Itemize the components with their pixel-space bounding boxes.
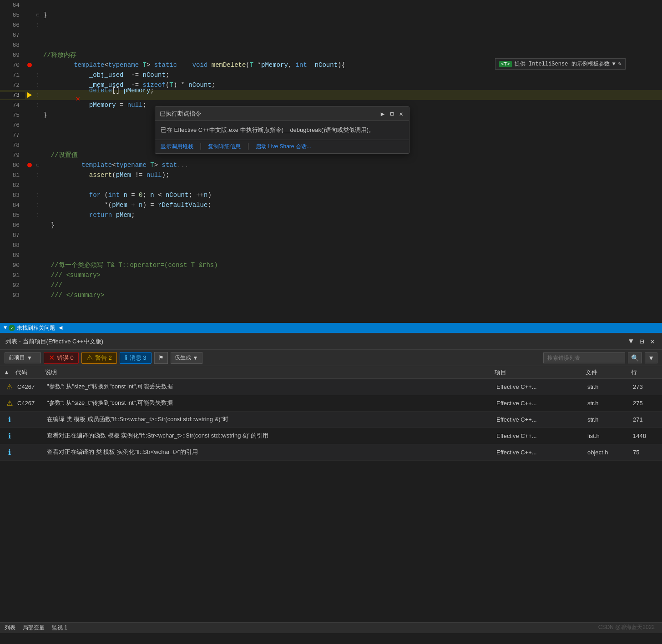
warning-icon-2: ⚠ (6, 399, 13, 408)
warning-count-btn[interactable]: ⚠ 警告 2 (81, 352, 117, 364)
row-code-3 (15, 419, 45, 421)
table-row[interactable]: ⚠ C4267 "参数": 从"size_t"转换到"const int",可能… (0, 379, 662, 395)
code-line-66: 66 ⋮ (0, 20, 662, 30)
row-project-1: Effective C++... (495, 382, 586, 391)
col-header-desc[interactable]: 说明 (45, 368, 495, 377)
info-icon-4: ℹ (8, 432, 11, 440)
table-row[interactable]: ℹ 查看对正在编译的 类 模板 实例化"lf::Str<wchar_t>"的引用… (0, 444, 662, 461)
debug-pin-btn[interactable]: ⊟ (389, 110, 395, 118)
debug-show-stack-link[interactable]: 显示调用堆栈 (161, 143, 193, 151)
search-input[interactable] (543, 352, 625, 363)
intellisense-edit[interactable]: ✎ (618, 60, 622, 67)
project-filter-dropdown[interactable]: 前项目 ▼ (5, 352, 41, 363)
col-header-code[interactable]: 代码 (15, 368, 45, 377)
code-line-86: 86 } (0, 220, 662, 230)
warning-label: 警告 2 (95, 354, 112, 362)
row-line-4: 1448 (631, 432, 658, 440)
row-file-2: str.h (586, 399, 631, 408)
code-editor: 64 65 ⊟ } 66 ⋮ 67 68 (0, 0, 662, 323)
table-row[interactable]: ⚠ C4267 "参数": 从"size_t"转换到"const int",可能… (0, 395, 662, 412)
status-dropdown-arrow[interactable]: ▼ (4, 325, 7, 331)
row-desc-3: 在编译 类 模板 成员函数"lf::Str<wchar_t>::Str(cons… (45, 414, 495, 424)
code-line-93: 93 /// </summary> (0, 290, 662, 300)
code-line-85: 85 ⋮ return pMem; (0, 210, 662, 220)
tab-watch1[interactable]: 监视 1 (52, 624, 67, 632)
intellisense-chevron[interactable]: ▼ (612, 61, 616, 67)
status-bar: ▼ 未找到相关问题 ◄ (0, 323, 662, 333)
breakpoint-indicator[interactable] (27, 63, 32, 67)
row-line-1: 273 (631, 382, 658, 391)
col-header-line[interactable]: 行 (631, 368, 658, 377)
filter-chevron: ▼ (27, 355, 32, 361)
debug-popup-header: 已执行断点指令 ▶ ⊟ ✕ (155, 107, 409, 121)
table-row[interactable]: ℹ 查看对正在编译的函数 模板 实例化"lf::Str<wchar_t>::St… (0, 428, 662, 444)
error-count-btn[interactable]: ✕ 错误 0 (44, 352, 79, 364)
code-line-89: 89 (0, 250, 662, 260)
code-line-91: 91 /// <summary> (0, 270, 662, 280)
build-filter-dropdown[interactable]: 仅生成 ▼ (171, 352, 202, 364)
row-icon-5: ℹ (4, 447, 15, 458)
code-line-67: 67 (0, 30, 662, 40)
build-filter-chevron: ▼ (193, 355, 198, 361)
tab-list[interactable]: 列表 (5, 624, 15, 632)
panel-header-controls: ▼ ⊟ ✕ (627, 337, 657, 346)
row-line-3: 271 (631, 415, 658, 424)
debug-popup-footer[interactable]: 显示调用堆栈 | 复制详细信息 | 启动 Live Share 会话... (155, 140, 409, 153)
table-row[interactable]: ℹ 在编译 类 模板 成员函数"lf::Str<wchar_t>::Str(co… (0, 412, 662, 428)
panel-toolbar: 前项目 ▼ ✕ 错误 0 ⚠ 警告 2 ℹ 消息 3 ⚑ 仅生成 ▼ 🔍 ▼ (0, 350, 662, 366)
debug-copy-details-link[interactable]: 复制详细信息 (208, 143, 241, 151)
row-file-5: object.h (586, 448, 631, 457)
row-icon-3: ℹ (4, 414, 15, 425)
row-project-3: Effective C++... (495, 415, 586, 424)
debug-popup-title: 已执行断点指令 (160, 110, 201, 118)
row-line-5: 75 (631, 448, 658, 457)
tab-locals[interactable]: 局部变量 (23, 624, 45, 632)
breakpoint-indicator-80[interactable] (27, 163, 32, 167)
filter-options-btn[interactable]: ⚑ (154, 352, 168, 364)
row-desc-4: 查看对正在编译的函数 模板 实例化"lf::Str<wchar_t>::Str(… (45, 431, 495, 441)
search-options-btn[interactable]: ▼ (645, 352, 657, 363)
build-filter-label: 仅生成 (175, 354, 191, 362)
panel-pin-btn[interactable]: ⊟ (638, 337, 646, 346)
row-file-4: list.h (586, 432, 631, 440)
debug-popup: 已执行断点指令 ▶ ⊟ ✕ 已在 Effective C++中文版.exe 中执… (155, 106, 409, 154)
row-icon-4: ℹ (4, 431, 15, 441)
intellisense-tooltip[interactable]: <T> 提供 IntelliSense 的示例模板参数 ▼ ✎ (495, 58, 626, 70)
info-label: 消息 3 (130, 354, 147, 362)
search-btn[interactable]: 🔍 (628, 352, 642, 363)
info-icon: ℹ (125, 353, 127, 362)
debug-continue-btn[interactable]: ▶ (379, 110, 386, 118)
search-icon: 🔍 (631, 354, 639, 362)
filter-label: 前项目 (9, 354, 25, 362)
panel-close-btn[interactable]: ✕ (648, 337, 657, 346)
col-header-project[interactable]: 项目 (495, 368, 586, 377)
info-count-btn[interactable]: ℹ 消息 3 (120, 352, 152, 364)
code-line-88: 88 (0, 240, 662, 250)
row-project-4: Effective C++... (495, 432, 586, 440)
row-code-2: C4267 (15, 399, 45, 408)
col-header-file[interactable]: 文件 (586, 368, 631, 377)
col-header-sort[interactable]: ▲ (4, 369, 15, 376)
code-line-65: 65 ⊟ } (0, 10, 662, 20)
row-icon-2: ⚠ (4, 398, 15, 408)
status-text: 未找到相关问题 (17, 324, 55, 332)
panel-bottom-tabs: 列表 局部变量 监视 1 (0, 622, 662, 633)
row-project-5: Effective C++... (495, 448, 586, 457)
debug-live-share-link[interactable]: 启动 Live Share 会话... (256, 143, 311, 151)
info-icon-5: ℹ (8, 448, 11, 457)
code-line-90: 90 //每一个类必须写 T& T::operator=(const T &rh… (0, 260, 662, 270)
search-options-icon: ▼ (648, 354, 654, 362)
debug-close-btn[interactable]: ✕ (398, 110, 404, 118)
panel-arrow-btn[interactable]: ▼ (627, 337, 635, 346)
row-file-1: str.h (586, 382, 631, 391)
execution-arrow (27, 92, 32, 98)
info-icon-3: ℹ (8, 415, 11, 424)
panel-header: 列表 - 当前项目(Effective C++中文版) ▼ ⊟ ✕ (0, 333, 662, 350)
watermark: CSDN @碧海蓝天2022 (598, 624, 655, 631)
status-icon (9, 325, 15, 331)
row-project-2: Effective C++... (495, 399, 586, 408)
status-arrow[interactable]: ◄ (59, 324, 62, 332)
debug-popup-controls: ▶ ⊟ ✕ (379, 110, 404, 118)
warning-icon: ⚠ (86, 353, 93, 362)
intellisense-text: 提供 IntelliSense 的示例模板参数 (515, 60, 610, 68)
